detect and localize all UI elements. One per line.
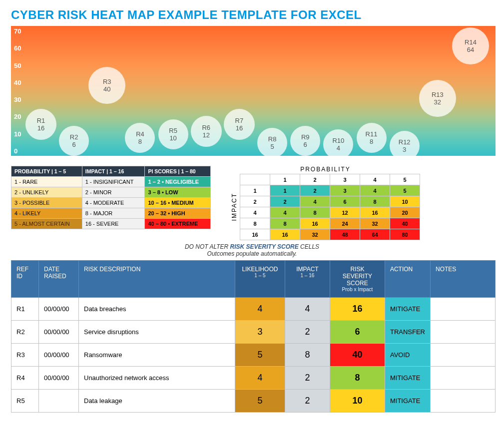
cell-impact: 8 xyxy=(285,344,330,367)
legend-impact: 1 - INSIGNIFICANT xyxy=(82,177,145,187)
cell-ref: R3 xyxy=(11,344,39,367)
cell-action: MITIGATE xyxy=(385,390,430,413)
matrix-cell: 16 xyxy=(360,207,390,218)
cell-impact: 2 xyxy=(285,390,330,413)
th-score: RISK SEVERITY SCORE Prob x Impact xyxy=(330,261,385,298)
matrix-cell: 8 xyxy=(270,218,300,229)
y-tick: 50 xyxy=(14,61,21,69)
th-score-sub: Prob x Impact xyxy=(335,287,380,292)
note-block: DO NOT ALTER RISK SEVERITY SCORE CELLS O… xyxy=(8,243,496,257)
cell-ref: R5 xyxy=(11,390,39,413)
y-tick: 0 xyxy=(14,147,17,155)
cell-desc: Data breaches xyxy=(79,298,235,321)
note-strong: RISK SEVERITY SCORE xyxy=(230,243,299,250)
table-row: R300/00/00Ransomware5840AVOID xyxy=(11,344,496,367)
cell-action: MITIGATE xyxy=(385,298,430,321)
bubble-r4: R48 xyxy=(125,123,155,153)
cell-date: 00/00/00 xyxy=(39,344,79,367)
y-tick: 70 xyxy=(14,27,21,35)
matrix-row-header: 8 xyxy=(240,218,270,229)
cell-action: AVOID xyxy=(385,344,430,367)
cell-notes xyxy=(431,298,496,321)
matrix-row-header: 1 xyxy=(240,185,270,196)
th-likelihood-label: LIKELIHOOD xyxy=(242,266,278,273)
matrix-col-header: 3 xyxy=(330,174,360,185)
cell-action: MITIGATE xyxy=(385,367,430,390)
matrix-cell: 16 xyxy=(300,218,330,229)
cell-action: TRANSFER xyxy=(385,321,430,344)
th-likelihood: LIKELIHOOD 1 – 5 xyxy=(235,261,285,298)
cell-ref: R4 xyxy=(11,367,39,390)
cell-score: 40 xyxy=(330,344,385,367)
cell-desc: Service disruptions xyxy=(79,321,235,344)
legend-prob: 5 - ALMOST CERTAIN xyxy=(11,219,82,229)
matrix-col-header: 2 xyxy=(300,174,330,185)
matrix-cell: 3 xyxy=(330,185,360,196)
y-tick: 10 xyxy=(14,130,21,137)
matrix-row-header: 2 xyxy=(240,196,270,207)
matrix-xlabel: PROBABILITY xyxy=(300,166,351,173)
matrix-cell: 40 xyxy=(390,218,420,229)
matrix-cell: 64 xyxy=(360,229,390,240)
matrix-col-header: 1 xyxy=(270,174,300,185)
th-impact-label: IMPACT xyxy=(296,266,318,273)
y-tick: 60 xyxy=(14,44,21,52)
matrix-cell: 48 xyxy=(330,229,360,240)
cell-date: 00/00/00 xyxy=(39,367,79,390)
cell-likelihood: 4 xyxy=(235,367,285,390)
matrix-cell: 2 xyxy=(300,185,330,196)
page-title: CYBER RISK HEAT MAP EXAMPLE TEMPLATE FOR… xyxy=(11,8,496,22)
legend-header-probability: PROBABILITY | 1 – 5 xyxy=(11,166,82,177)
bubble-r2: R26 xyxy=(59,126,89,156)
legend-header-pi: PI SCORES | 1 – 80 xyxy=(145,166,211,177)
matrix-cell: 6 xyxy=(330,196,360,207)
th-impact-sub: 1 – 16 xyxy=(290,273,325,278)
legend-prob: 4 - LIKELY xyxy=(11,208,82,219)
th-likelihood-sub: 1 – 5 xyxy=(240,273,280,278)
bubble-r9: R96 xyxy=(290,126,320,156)
legend-impact: 16 - SEVERE xyxy=(82,219,145,229)
cell-score: 10 xyxy=(330,390,385,413)
bubble-r12: R123 xyxy=(390,131,420,161)
cell-date: 00/00/00 xyxy=(39,298,79,321)
cell-score: 6 xyxy=(330,321,385,344)
legend-row: 2 - UNLIKELY2 - MINOR3 – 8 • LOW xyxy=(11,187,211,198)
legend-impact: 8 - MAJOR xyxy=(82,208,145,219)
legend-pi: 10 – 16 • MEDIUM xyxy=(145,198,211,208)
cell-likelihood: 3 xyxy=(235,321,285,344)
bubble-r5: R510 xyxy=(158,119,188,149)
th-impact: IMPACT 1 – 16 xyxy=(285,261,330,298)
cell-score: 16 xyxy=(330,298,385,321)
cell-desc: Ransomware xyxy=(79,344,235,367)
bubble-r14: R1464 xyxy=(452,27,489,64)
bubble-r13: R1332 xyxy=(419,80,456,117)
bubble-r11: R118 xyxy=(357,123,387,153)
note-prefix: DO NOT ALTER xyxy=(185,243,230,250)
cell-impact: 4 xyxy=(285,298,330,321)
cell-ref: R2 xyxy=(11,321,39,344)
note-suffix: CELLS xyxy=(299,243,319,250)
cell-ref: R1 xyxy=(11,298,39,321)
legend-prob: 2 - UNLIKELY xyxy=(11,187,82,198)
matrix-cell: 1 xyxy=(270,185,300,196)
cell-desc: Data leakage xyxy=(79,390,235,413)
cell-date xyxy=(39,390,79,413)
note-line2: Outcomes populate automatically. xyxy=(8,250,496,257)
cell-likelihood: 4 xyxy=(235,298,285,321)
legend-pi: 20 – 32 • HIGH xyxy=(145,208,211,219)
th-desc: RISK DESCRIPTION xyxy=(79,261,235,298)
bubble-r7: R716 xyxy=(224,109,255,140)
y-tick: 40 xyxy=(14,78,21,86)
matrix-col-header: 5 xyxy=(390,174,420,185)
bubble-r10: R104 xyxy=(323,129,353,159)
legend-prob: 1 - RARE xyxy=(11,177,82,187)
legend-prob: 3 - POSSIBLE xyxy=(11,198,82,208)
matrix-cell: 2 xyxy=(270,196,300,207)
matrix-cell: 4 xyxy=(360,185,390,196)
cell-desc: Unauthorized network access xyxy=(79,367,235,390)
matrix-table: 1234511234522468104481216208816243240161… xyxy=(240,174,420,240)
cell-likelihood: 5 xyxy=(235,390,285,413)
legend-pi: 1 – 2 • NEGLIGIBLE xyxy=(145,177,211,187)
cell-date: 00/00/00 xyxy=(39,321,79,344)
legend-row: 3 - POSSIBLE4 - MODERATE10 – 16 • MEDIUM xyxy=(11,198,211,208)
